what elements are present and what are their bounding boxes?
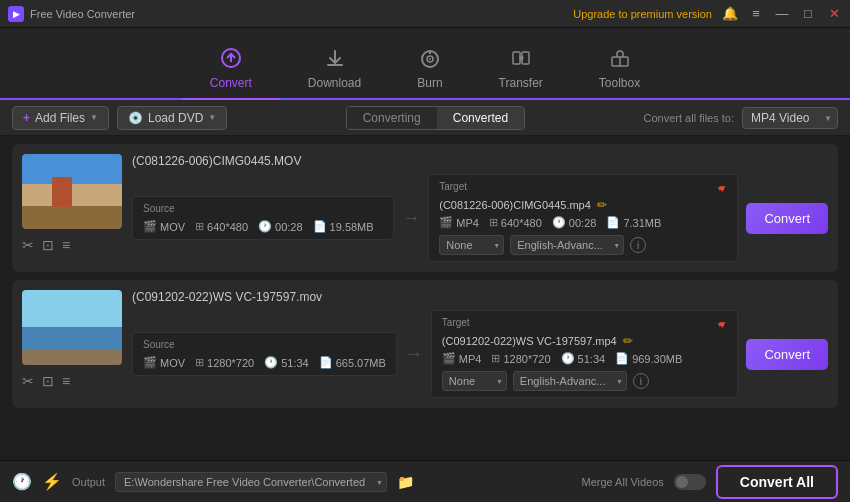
resolution-icon: ⊞ [195, 220, 204, 233]
nav-transfer[interactable]: Transfer [471, 39, 571, 98]
source-meta-2: 🎬 MOV ⊞ 1280*720 🕐 51:34 📄 [143, 356, 386, 369]
output-path-select[interactable]: E:\Wondershare Free Video Converter\Conv… [115, 472, 387, 492]
target-res-icon-2: ⊞ [491, 352, 500, 365]
menu-icon[interactable]: ≡ [748, 6, 764, 21]
burn-nav-icon [419, 47, 441, 72]
plus-icon: + [23, 111, 30, 125]
format-select-wrap[interactable]: MP4 Video MOV Video AVI Video MKV Video [742, 107, 838, 129]
convert-button-1[interactable]: Convert [746, 203, 828, 234]
convert-button-2[interactable]: Convert [746, 339, 828, 370]
source-box-2: Source 🎬 MOV ⊞ 1280*720 🕐 51:34 [132, 332, 397, 376]
audio-select-wrap-2[interactable]: English-Advanc... [513, 371, 627, 391]
file-name-row-1: (C081226-006)CIMG0445.MOV [132, 154, 828, 168]
title-bar-left: ▶ Free Video Converter [8, 6, 135, 22]
convert-all-button[interactable]: Convert All [716, 465, 838, 499]
resolution-icon-2: ⊞ [195, 356, 204, 369]
film-icon-2: 🎬 [143, 356, 157, 369]
notification-icon[interactable]: 🔔 [722, 6, 738, 21]
convert-all-files-label: Convert all files to: [644, 112, 734, 124]
target-dur-2: 51:34 [578, 353, 606, 365]
file-status-tabs: Converting Converted [346, 106, 525, 130]
minimize-button[interactable]: — [774, 6, 790, 21]
film-icon: 🎬 [143, 220, 157, 233]
download-nav-icon [324, 47, 346, 72]
file-item: ✂ ⊡ ≡ (C081226-006)CIMG0445.MOV Source 🎬… [12, 144, 838, 272]
target-res-icon: ⊞ [489, 216, 498, 229]
file-icon: 📄 [313, 220, 327, 233]
target-name-row-2: (C091202-022)WS VC-197597.mp4 ✏ [442, 334, 728, 348]
file-details-2: (C091202-022)WS VC-197597.mov Source 🎬 M… [132, 290, 828, 398]
maximize-button[interactable]: □ [800, 6, 816, 21]
subtitle-select-2[interactable]: None English [442, 371, 507, 391]
crop-icon[interactable]: ⊡ [42, 237, 54, 253]
nav-bar: Convert Download Burn [0, 28, 850, 100]
target-format-2: MP4 [459, 353, 482, 365]
settings-icon-2[interactable]: ≡ [62, 373, 70, 389]
load-dvd-button[interactable]: 💿 Load DVD ▼ [117, 106, 227, 130]
merge-label: Merge All Videos [581, 476, 663, 488]
source-size-2: 665.07MB [336, 357, 386, 369]
target-filename-1: (C081226-006)CIMG0445.mp4 [439, 199, 591, 211]
info-button-1[interactable]: i [630, 237, 646, 253]
nav-burn-label: Burn [417, 76, 442, 90]
toolbar: + Add Files ▼ 💿 Load DVD ▼ Converting Co… [0, 100, 850, 136]
app-icon: ▶ [8, 6, 24, 22]
lightning-icon[interactable]: ⚡ [42, 472, 62, 491]
source-dur-2: 51:34 [281, 357, 309, 369]
upgrade-link[interactable]: Upgrade to premium version [573, 8, 712, 20]
thumbnail-1 [22, 154, 122, 229]
info-button-2[interactable]: i [633, 373, 649, 389]
target-box-1: Target ▼ (C081226-006)CIMG0445.mp4 ✏ 🎬 M… [428, 174, 738, 262]
svg-rect-5 [513, 52, 520, 64]
merge-toggle[interactable] [674, 474, 706, 490]
toggle-thumb [676, 476, 688, 488]
file-list: ✂ ⊡ ≡ (C081226-006)CIMG0445.MOV Source 🎬… [0, 136, 850, 460]
nav-transfer-label: Transfer [499, 76, 543, 90]
folder-icon[interactable]: 📁 [397, 474, 414, 490]
nav-download[interactable]: Download [280, 39, 389, 98]
clock-icon: 🕐 [258, 220, 272, 233]
edit-icon-2[interactable]: ✏ [623, 334, 633, 348]
load-dvd-label: Load DVD [148, 111, 203, 125]
add-files-label: Add Files [35, 111, 85, 125]
source-format-2: MOV [160, 357, 185, 369]
crop-icon-2[interactable]: ⊡ [42, 373, 54, 389]
target-meta-1: 🎬 MP4 ⊞ 640*480 🕐 00:28 📄 [439, 216, 727, 229]
source-res-1: 640*480 [207, 221, 248, 233]
tab-converted[interactable]: Converted [437, 107, 524, 129]
subtitle-audio-row-1: None English English-Advanc... i [439, 235, 727, 255]
arrow-icon-2: → [405, 344, 423, 365]
nav-burn[interactable]: Burn [389, 39, 470, 98]
source-format-1: MOV [160, 221, 185, 233]
audio-select-1[interactable]: English-Advanc... [510, 235, 624, 255]
file-details-1: (C081226-006)CIMG0445.MOV Source 🎬 MOV ⊞… [132, 154, 828, 262]
source-filename-2: (C091202-022)WS VC-197597.mov [132, 290, 322, 304]
nav-convert-label: Convert [210, 76, 252, 90]
close-button[interactable]: ✕ [826, 6, 842, 21]
nav-convert[interactable]: Convert [182, 39, 280, 98]
quality-select-wrap-2[interactable]: ▼ [718, 318, 728, 330]
source-res-2: 1280*720 [207, 357, 254, 369]
audio-select-2[interactable]: English-Advanc... [513, 371, 627, 391]
format-select[interactable]: MP4 Video MOV Video AVI Video MKV Video [742, 107, 838, 129]
quality-select-wrap-1[interactable]: ▼ [718, 182, 728, 194]
output-path-wrap[interactable]: E:\Wondershare Free Video Converter\Conv… [115, 472, 387, 492]
audio-select-wrap-1[interactable]: English-Advanc... [510, 235, 624, 255]
clock-bottom-icon[interactable]: 🕐 [12, 472, 32, 491]
settings-icon[interactable]: ≡ [62, 237, 70, 253]
target-box-2: Target ▼ (C091202-022)WS VC-197597.mp4 ✏… [431, 310, 739, 398]
nav-toolbox[interactable]: Toolbox [571, 39, 668, 98]
target-file-icon-2: 📄 [615, 352, 629, 365]
subtitle-select-1[interactable]: None English [439, 235, 504, 255]
scissors-icon[interactable]: ✂ [22, 237, 34, 253]
tab-converting[interactable]: Converting [347, 107, 437, 129]
app-title: Free Video Converter [30, 8, 135, 20]
add-files-button[interactable]: + Add Files ▼ [12, 106, 109, 130]
convert-nav-icon [220, 47, 242, 72]
file-icon-2: 📄 [319, 356, 333, 369]
subtitle-select-wrap-1[interactable]: None English [439, 235, 504, 255]
scissors-icon-2[interactable]: ✂ [22, 373, 34, 389]
nav-toolbox-label: Toolbox [599, 76, 640, 90]
subtitle-select-wrap-2[interactable]: None English [442, 371, 507, 391]
edit-icon-1[interactable]: ✏ [597, 198, 607, 212]
